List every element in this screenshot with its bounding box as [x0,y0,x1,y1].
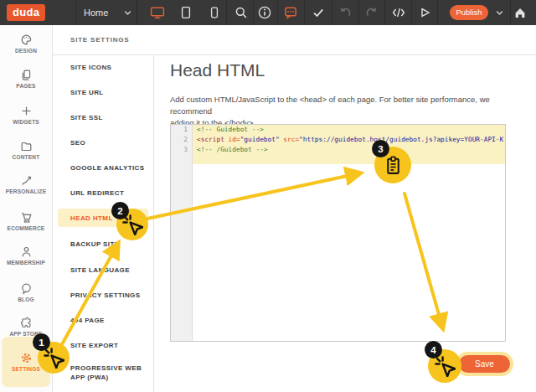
menu-item-seo[interactable]: SEO [70,138,85,148]
toolbar-divider [332,0,332,25]
menu-item-head-html[interactable]: HEAD HTML [70,214,113,224]
publish-chevron-icon[interactable] [496,10,503,16]
speech-bubble-icon [20,282,33,295]
puzzle-icon [20,317,33,329]
feedback-icon[interactable] [283,5,298,20]
code-token: <!-- /Guidebot --> [197,146,268,153]
sidebar-item-blog[interactable]: BLOG [0,282,52,302]
code-token: <script [197,136,224,143]
code-token: id= [229,136,240,143]
code-token: src= [283,136,299,143]
toolbar-divider [384,0,385,25]
code-token: <!-- Guidebot --> [197,126,264,133]
search-icon[interactable] [234,6,248,19]
save-button[interactable]: Save [459,355,510,373]
menu-item-google-analytics[interactable]: GOOGLE ANALYTICS [70,163,144,173]
main-sidebar: DESIGN PAGES WIDGETS CONTENT PERSONALIZE [0,25,53,392]
line-number: 1 [171,125,192,135]
menu-item-site-icons[interactable]: SITE ICONS [70,63,111,73]
preview-play-icon[interactable] [418,6,431,19]
toolbar-divider [510,0,511,25]
code-token: "https://guidebot.host/guidebot.js?apike… [299,136,503,143]
menu-item-site-ssl[interactable]: SITE SSL [70,113,103,123]
sidebar-item-membership[interactable]: MEMBERSHIP [0,245,52,266]
code-line: <script id="guidebot" src="https://guide… [193,135,505,145]
chevron-down-icon[interactable] [124,10,131,16]
toolbar-divider [437,0,438,25]
menu-item-pwa[interactable]: PROGRESSIVE WEB APP (PWA) [70,364,147,382]
duda-editor-window: duda Home [0,0,536,392]
gear-icon [20,352,33,364]
page-selector[interactable]: Home [84,8,108,18]
editor-line-number-gutter: 1 2 3 [171,125,193,341]
menu-item-backup-site[interactable]: BACKUP SITE [70,240,119,250]
undo-icon[interactable] [338,6,352,19]
menu-item-404-page[interactable]: 404 PAGE [70,316,105,326]
folder-icon [20,140,33,152]
menu-item-site-export[interactable]: SITE EXPORT [70,341,118,351]
head-html-panel: Head HTML Add custom HTML/JavaScript to … [154,55,536,392]
publish-button[interactable]: Publish [450,5,488,20]
pages-icon [20,69,33,81]
toolbar-divider [137,0,137,25]
toolbar-divider [226,0,227,25]
toolbar-divider [411,0,412,25]
approve-check-icon[interactable] [312,6,325,19]
sidebar-item-design[interactable]: DESIGN [0,34,52,54]
settings-header-title: SITE SETTINGS [70,36,129,44]
menu-item-site-language[interactable]: SITE LANGUAGE [70,266,130,276]
settings-header-bar: SITE SETTINGS [53,25,536,55]
desktop-preview-icon[interactable] [150,5,165,20]
dashboard-home-icon[interactable] [513,6,527,19]
dev-mode-icon[interactable] [392,6,405,19]
tablet-preview-icon[interactable] [179,6,193,19]
top-toolbar: duda Home [0,0,536,25]
cart-icon [20,211,33,224]
sidebar-item-app-store[interactable]: APP STORE [0,317,52,337]
code-lines: <!-- Guidebot --> <script id="guidebot" … [193,125,505,155]
plus-icon [20,105,33,117]
sidebar-item-content[interactable]: CONTENT [0,140,52,160]
sidebar-item-pages[interactable]: PAGES [0,69,52,89]
palette-icon [20,34,33,46]
code-token: "guidebot" [240,136,280,143]
description-line: Add custom HTML/JavaScript to the <head>… [170,94,513,117]
mobile-preview-icon[interactable] [208,6,221,19]
settings-menu: SITE ICONS SITE URL SITE SSL SEO GOOGLE … [53,55,154,392]
toolbar-divider [253,0,254,25]
toolbar-divider [75,0,76,25]
head-html-code-editor[interactable]: 1 2 3 <!-- Guidebot --> <script id="guid… [170,124,506,342]
toolbar-divider [358,0,359,25]
line-number: 2 [171,135,192,145]
menu-item-site-url[interactable]: SITE URL [70,88,104,98]
redo-icon[interactable] [365,6,379,19]
code-line: <!-- Guidebot --> [193,125,505,135]
wavy-arrow-icon [20,174,33,187]
sidebar-item-ecommerce[interactable]: ECOMMERCE [0,211,52,231]
sidebar-item-widgets[interactable]: WIDGETS [0,105,52,125]
person-icon [20,245,33,258]
page-title: Head HTML [170,60,265,80]
toolbar-divider [304,0,305,25]
line-number: 3 [171,145,192,155]
duda-logo[interactable]: duda [7,4,45,21]
code-line: <!-- /Guidebot --> [193,145,505,155]
toolbar-divider [277,0,278,25]
sidebar-item-personalize[interactable]: PERSONALIZE [0,174,52,194]
menu-item-url-redirect[interactable]: URL REDIRECT [70,188,124,199]
info-icon[interactable] [257,5,272,20]
menu-item-privacy-settings[interactable]: PRIVACY SETTINGS [70,291,140,301]
editor-code-area[interactable]: <!-- Guidebot --> <script id="guidebot" … [193,125,505,341]
sidebar-item-settings[interactable]: SETTINGS [0,352,52,372]
